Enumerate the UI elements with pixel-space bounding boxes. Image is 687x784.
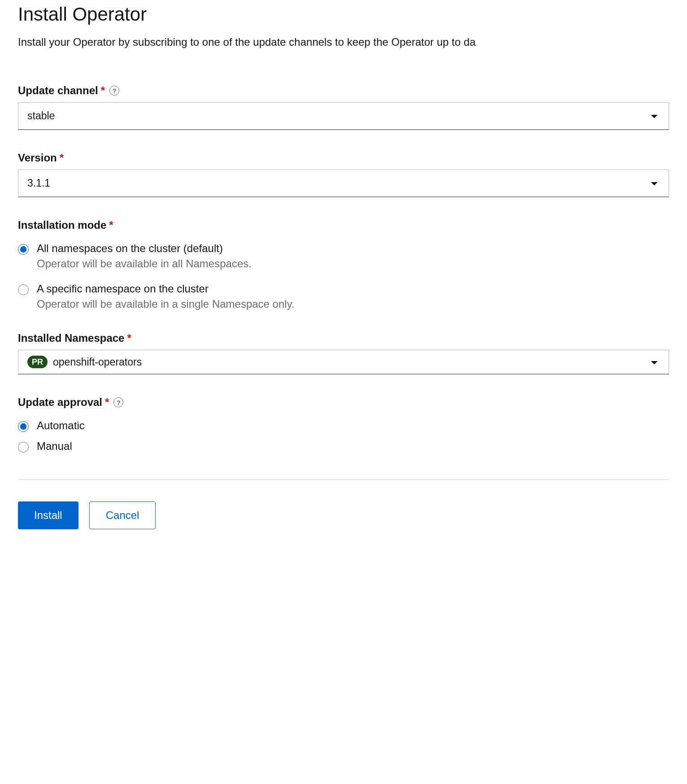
installation-mode-content-specific: A specific namespace on the cluster Oper…	[37, 283, 295, 310]
required-asterisk: *	[127, 332, 131, 344]
divider	[18, 479, 669, 480]
cancel-button[interactable]: Cancel	[89, 501, 156, 529]
version-label: Version *	[18, 152, 669, 164]
version-select-wrapper: 3.1.1	[18, 170, 669, 197]
page-title: Install Operator	[18, 4, 669, 25]
page-description: Install your Operator by subscribing to …	[18, 36, 669, 48]
installation-mode-option-all-label[interactable]: All namespaces on the cluster (default)	[37, 242, 252, 255]
installed-namespace-value: openshift-operators	[53, 356, 142, 368]
installed-namespace-group: Installed Namespace * PR openshift-opera…	[18, 332, 669, 375]
update-channel-select-wrapper: stable	[18, 102, 669, 130]
installation-mode-label: Installation mode *	[18, 219, 669, 231]
update-channel-label: Update channel * ?	[18, 84, 669, 97]
installation-mode-option-specific-description: Operator will be available in a single N…	[37, 298, 295, 310]
update-approval-radio-automatic[interactable]	[18, 421, 29, 432]
installation-mode-option-specific: A specific namespace on the cluster Oper…	[18, 283, 669, 310]
installation-mode-option-specific-label[interactable]: A specific namespace on the cluster	[37, 283, 295, 295]
installation-mode-label-text: Installation mode	[18, 219, 106, 231]
update-channel-select[interactable]: stable	[18, 102, 669, 130]
installation-mode-radio-group: All namespaces on the cluster (default) …	[18, 242, 669, 310]
help-icon[interactable]: ?	[113, 397, 123, 407]
update-approval-label-text: Update approval	[18, 396, 102, 409]
version-label-text: Version	[18, 152, 57, 164]
installed-namespace-select[interactable]: PR openshift-operators	[18, 350, 669, 375]
update-approval-option-manual: Manual	[18, 440, 669, 453]
installation-mode-content-all: All namespaces on the cluster (default) …	[37, 242, 252, 270]
update-approval-automatic-label[interactable]: Automatic	[37, 419, 85, 432]
installation-mode-radio-all[interactable]	[18, 244, 29, 255]
required-asterisk: *	[101, 84, 105, 97]
version-value: 3.1.1	[27, 177, 50, 189]
update-approval-label: Update approval * ?	[18, 396, 669, 409]
installation-mode-radio-specific[interactable]	[18, 284, 29, 295]
installation-mode-option-all: All namespaces on the cluster (default) …	[18, 242, 669, 270]
update-channel-group: Update channel * ? stable	[18, 84, 669, 130]
install-button[interactable]: Install	[18, 501, 78, 529]
installed-namespace-label: Installed Namespace *	[18, 332, 669, 344]
update-approval-radio-group: Automatic Manual	[18, 419, 669, 453]
required-asterisk: *	[60, 152, 64, 164]
installed-namespace-select-wrapper: PR openshift-operators	[18, 350, 669, 375]
version-group: Version * 3.1.1	[18, 152, 669, 197]
namespace-badge: PR	[27, 356, 48, 368]
button-row: Install Cancel	[18, 501, 669, 529]
version-select[interactable]: 3.1.1	[18, 170, 669, 197]
installation-mode-group: Installation mode * All namespaces on th…	[18, 219, 669, 310]
required-asterisk: *	[105, 396, 109, 409]
update-channel-value: stable	[27, 110, 55, 122]
installation-mode-option-all-description: Operator will be available in all Namesp…	[37, 257, 252, 270]
update-approval-manual-label[interactable]: Manual	[37, 440, 72, 453]
required-asterisk: *	[109, 219, 113, 231]
update-channel-label-text: Update channel	[18, 84, 98, 97]
help-icon[interactable]: ?	[109, 86, 119, 96]
update-approval-option-automatic: Automatic	[18, 419, 669, 432]
installed-namespace-label-text: Installed Namespace	[18, 332, 124, 344]
update-approval-group: Update approval * ? Automatic Manual	[18, 396, 669, 453]
update-approval-radio-manual[interactable]	[18, 442, 29, 453]
